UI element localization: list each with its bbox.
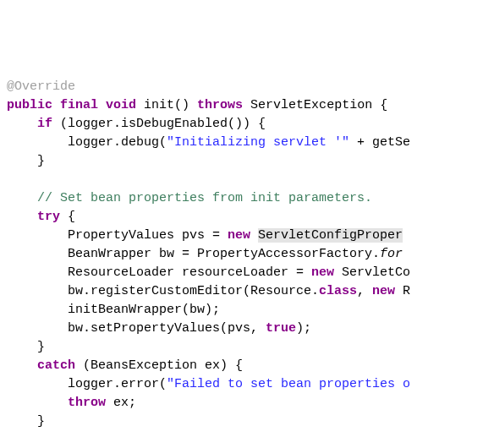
kw-final: final [60, 98, 98, 112]
code-text: } [7, 154, 45, 168]
code-text: logger.error( [7, 377, 167, 391]
code-text: ServletCo [334, 265, 410, 280]
code-text [250, 228, 258, 243]
kw-public: public [7, 98, 52, 112]
code-text: } [7, 414, 45, 429]
code-text: R [395, 284, 410, 298]
kw-catch: catch [37, 358, 75, 373]
code-text: ); [296, 321, 311, 336]
kw-class: class [319, 284, 357, 298]
code-text: ex; [106, 396, 136, 410]
kw-void: void [106, 98, 136, 112]
kw-throw: throw [68, 396, 106, 410]
kw-new: new [311, 265, 334, 280]
annotation: @Override [7, 79, 75, 94]
code-text-italic: for [380, 247, 403, 261]
code-text: ServletException { [243, 98, 387, 112]
kw-true: true [266, 321, 296, 336]
kw-try: try [37, 210, 60, 224]
kw-new: new [372, 284, 395, 298]
method-name: init() [136, 98, 197, 112]
kw-new: new [228, 228, 250, 243]
string-literal: "Failed to set bean properties o [167, 377, 410, 391]
code-text: , [357, 284, 372, 298]
code-text: (logger.isDebugEnabled()) { [52, 117, 266, 131]
highlighted-type: ServletConfigProper [258, 228, 403, 243]
code-text: ResourceLoader resourceLoader = [7, 265, 311, 280]
string-literal: "Initializing servlet '" [167, 135, 349, 150]
code-text: BeanWrapper bw = PropertyAccessorFactory… [7, 247, 380, 261]
code-text: bw.setPropertyValues(pvs, [7, 321, 266, 336]
code-text: } [7, 340, 45, 354]
code-text: { [60, 210, 75, 224]
code-text: logger.debug( [7, 135, 167, 150]
code-text: + getSe [349, 135, 410, 150]
kw-if: if [37, 117, 52, 131]
kw-throws: throws [197, 98, 243, 112]
code-text: bw.registerCustomEditor(Resource. [7, 284, 319, 298]
code-text: (BeansException ex) { [75, 358, 243, 373]
comment: // Set bean properties from init paramet… [37, 191, 372, 205]
code-text: initBeanWrapper(bw); [7, 303, 220, 317]
code-text: PropertyValues pvs = [7, 228, 228, 243]
